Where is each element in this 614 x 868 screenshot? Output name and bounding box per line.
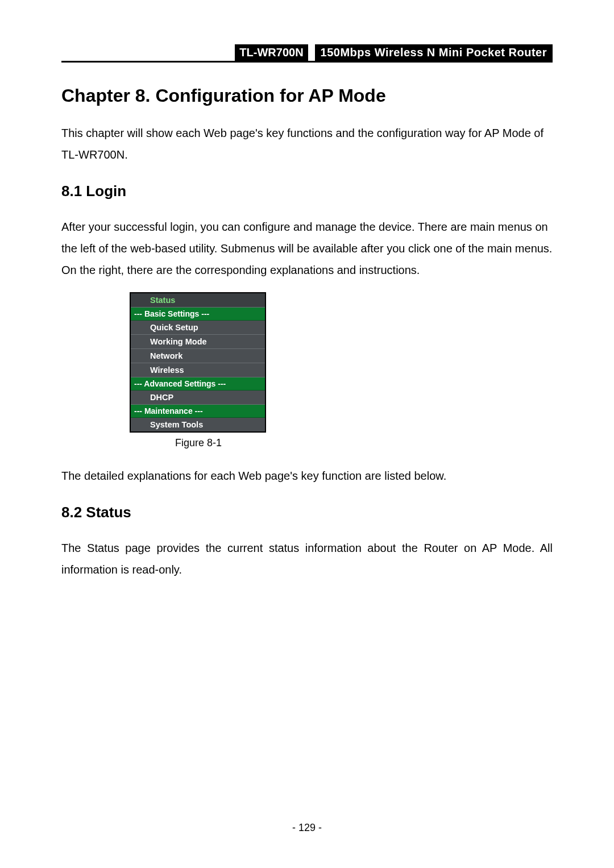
section-8-2-title: 8.2 Status: [61, 504, 553, 521]
menu-status: Status: [131, 293, 265, 308]
menu-wireless: Wireless: [131, 363, 265, 377]
menu-system-tools: System Tools: [131, 418, 265, 431]
page-root: TL-WR700N 150Mbps Wireless N Mini Pocket…: [0, 0, 614, 868]
figure-caption: Figure 8-1: [175, 437, 553, 449]
menu-working-mode: Working Mode: [131, 335, 265, 349]
menu-dhcp: DHCP: [131, 391, 265, 405]
menu-quick-setup: Quick Setup: [131, 321, 265, 335]
page-number: - 129 -: [0, 822, 614, 834]
section-8-2-body: The Status page provides the current sta…: [61, 537, 553, 580]
after-figure-text: The detailed explanations for each Web p…: [61, 465, 553, 487]
chapter-title: Chapter 8. Configuration for AP Mode: [61, 85, 553, 106]
product-desc: 150Mbps Wireless N Mini Pocket Router: [315, 44, 553, 61]
model-label: TL-WR700N: [235, 44, 308, 61]
section-8-1-body: After your successful login, you can con…: [61, 216, 553, 281]
menu-group-maintenance: --- Maintenance ---: [131, 405, 265, 418]
menu-group-advanced: --- Advanced Settings ---: [131, 377, 265, 391]
section-8-1-title: 8.1 Login: [61, 182, 553, 200]
chapter-intro: This chapter will show each Web page's k…: [61, 122, 553, 165]
menu-network: Network: [131, 349, 265, 363]
page-header: TL-WR700N 150Mbps Wireless N Mini Pocket…: [61, 44, 553, 63]
menu-screenshot: Status --- Basic Settings --- Quick Setu…: [130, 292, 266, 433]
menu-group-basic: --- Basic Settings ---: [131, 308, 265, 321]
